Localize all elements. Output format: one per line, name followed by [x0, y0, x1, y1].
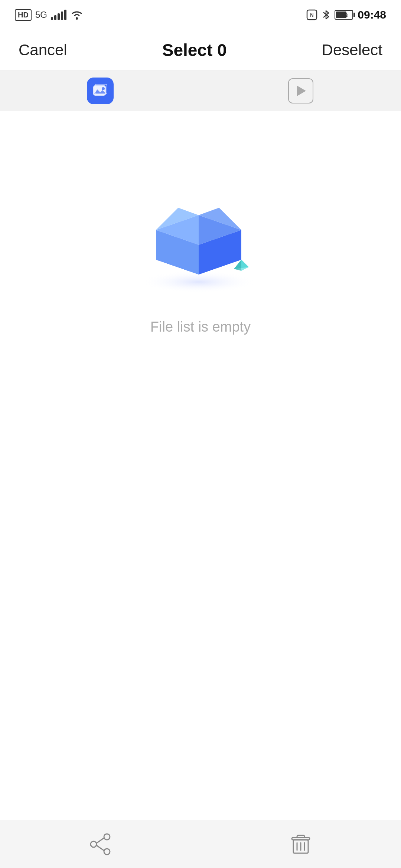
tab-bar: [0, 70, 401, 111]
share-icon: [88, 832, 112, 856]
svg-line-22: [97, 845, 104, 851]
hd-icon: HD: [15, 9, 32, 21]
nfc-icon: N: [306, 9, 317, 20]
cancel-button[interactable]: Cancel: [19, 41, 67, 59]
status-time: 09:48: [358, 9, 386, 21]
empty-illustration: [126, 178, 275, 297]
deselect-button[interactable]: Deselect: [322, 41, 382, 59]
bottom-action-bar: [0, 820, 401, 868]
trash-icon: [289, 832, 313, 856]
svg-text:N: N: [310, 12, 314, 18]
svg-marker-17: [241, 260, 249, 271]
photos-icon: [92, 83, 108, 99]
svg-point-19: [91, 841, 97, 847]
svg-point-4: [102, 87, 105, 90]
empty-box-svg: [130, 185, 271, 297]
bluetooth-icon: [322, 9, 330, 20]
battery-container: 53: [335, 10, 353, 20]
svg-point-18: [104, 834, 110, 840]
play-icon: [297, 86, 306, 96]
wifi-icon: [70, 10, 84, 20]
svg-point-20: [104, 849, 110, 855]
status-bar: HD 5G N 53: [0, 0, 401, 30]
share-button[interactable]: [67, 820, 134, 868]
photos-tab-icon: [87, 78, 114, 104]
svg-rect-25: [297, 835, 304, 838]
status-right-icons: N 53 09:48: [306, 9, 386, 21]
empty-state-message: File list is empty: [150, 319, 251, 335]
svg-line-21: [97, 838, 104, 843]
svg-point-0: [76, 17, 78, 20]
tab-videos[interactable]: [200, 70, 401, 111]
tab-photos[interactable]: [0, 70, 200, 111]
page-title: Select 0: [162, 40, 227, 60]
empty-state: File list is empty: [0, 111, 401, 335]
delete-button[interactable]: [267, 820, 334, 868]
status-left-icons: HD 5G: [15, 9, 84, 21]
videos-tab-icon: [288, 78, 313, 103]
top-nav: Cancel Select 0 Deselect: [0, 30, 401, 70]
signal-bars-icon: [51, 10, 66, 20]
battery-icon: 53: [335, 10, 353, 20]
5g-icon: 5G: [35, 10, 47, 20]
